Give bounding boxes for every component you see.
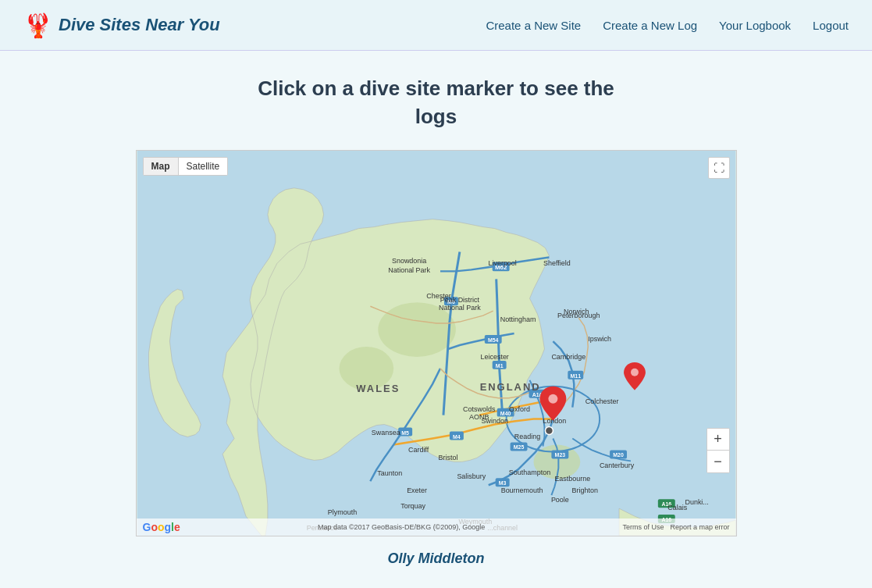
svg-text:ENGLAND: ENGLAND: [479, 381, 540, 393]
svg-text:Bournemouth: Bournemouth: [500, 486, 543, 494]
create-site-link[interactable]: Create a New Site: [486, 19, 581, 32]
logbook-link[interactable]: Your Logbook: [719, 19, 791, 32]
svg-text:Eastbourne: Eastbourne: [554, 475, 590, 483]
svg-text:M25: M25: [513, 444, 524, 450]
app-title: Dive Sites Near You: [59, 15, 220, 35]
svg-text:Bristol: Bristol: [438, 454, 457, 461]
logout-link[interactable]: Logout: [813, 19, 849, 32]
svg-text:Brighton: Brighton: [571, 486, 597, 494]
nav-links: Create a New Site Create a New Log Your …: [486, 19, 849, 32]
svg-text:National Park: National Park: [439, 304, 481, 312]
svg-text:Cardiff: Cardiff: [408, 446, 429, 454]
svg-text:Liverpool: Liverpool: [488, 259, 516, 267]
zoom-out-button[interactable]: −: [707, 451, 729, 472]
svg-text:Dunki...: Dunki...: [685, 498, 708, 506]
svg-text:Canterbury: Canterbury: [599, 461, 634, 469]
google-logo: Google: [143, 521, 180, 533]
map-type-control: Map Satellite: [143, 157, 229, 176]
map-container[interactable]: Map Satellite ⛶: [136, 150, 737, 536]
svg-text:M23: M23: [554, 452, 565, 458]
svg-text:Torquay: Torquay: [400, 502, 425, 510]
main-content: Click on a dive site marker to see the l…: [0, 51, 872, 583]
svg-text:M3: M3: [498, 480, 506, 486]
svg-text:Reading: Reading: [514, 432, 539, 440]
svg-text:M1: M1: [495, 363, 503, 369]
svg-text:National Park: National Park: [388, 266, 430, 274]
svg-text:M5: M5: [401, 429, 409, 435]
svg-text:Ipswich: Ipswich: [588, 335, 611, 343]
page-heading: Click on a dive site marker to see the l…: [258, 74, 614, 131]
svg-text:M54: M54: [487, 337, 498, 343]
zoom-controls: + −: [706, 428, 730, 473]
svg-text:Snowdonia: Snowdonia: [391, 257, 425, 265]
svg-text:Poole: Poole: [550, 496, 568, 504]
svg-text:Peterborough: Peterborough: [557, 312, 600, 319]
svg-text:Swansea: Swansea: [371, 428, 400, 436]
terms-link[interactable]: Terms of Use: [622, 523, 664, 531]
svg-text:Colchester: Colchester: [585, 397, 618, 404]
map-svg: M62 M6 M54 M5 M40 M25 M3 M1 M4: [137, 151, 736, 536]
map-data-credit: Map data ©2017 GeoBasis-DE/BKG (©2009), …: [318, 523, 485, 531]
svg-text:Exeter: Exeter: [407, 486, 427, 494]
svg-text:Taunton: Taunton: [377, 469, 402, 477]
map-type-map[interactable]: Map: [144, 158, 179, 175]
svg-text:M4: M4: [453, 433, 461, 439]
navigation: 🦞 Dive Sites Near You Create a New Site …: [0, 0, 872, 51]
create-log-link[interactable]: Create a New Log: [603, 19, 697, 32]
map-footer: Google Map data ©2017 GeoBasis-DE/BKG (©…: [137, 519, 736, 536]
svg-point-81: [545, 426, 553, 434]
svg-text:Leicester: Leicester: [480, 353, 508, 361]
user-name: Olly Middleton: [388, 551, 485, 567]
svg-text:WALES: WALES: [356, 383, 400, 394]
svg-text:Southampton: Southampton: [508, 469, 550, 476]
zoom-in-button[interactable]: +: [707, 429, 729, 451]
svg-text:Sheffield: Sheffield: [543, 259, 571, 267]
map-type-satellite[interactable]: Satellite: [179, 158, 228, 175]
svg-text:Oxford: Oxford: [509, 404, 530, 412]
svg-text:M20: M20: [613, 452, 624, 458]
svg-point-79: [630, 369, 638, 376]
logo-icon: 🦞: [23, 12, 52, 39]
report-link[interactable]: Report a map error: [670, 523, 729, 531]
svg-text:Swindon: Swindon: [481, 416, 507, 424]
svg-point-80: [548, 394, 557, 404]
svg-text:Cambridge: Cambridge: [551, 353, 585, 361]
svg-text:Salisbury: Salisbury: [457, 472, 486, 480]
svg-text:Plymouth: Plymouth: [327, 508, 356, 516]
svg-text:Nottingham: Nottingham: [500, 315, 536, 323]
svg-text:Peak District: Peak District: [440, 296, 479, 304]
svg-text:Cotswolds: Cotswolds: [463, 404, 496, 412]
fullscreen-button[interactable]: ⛶: [708, 157, 730, 179]
svg-text:M11: M11: [570, 373, 581, 379]
